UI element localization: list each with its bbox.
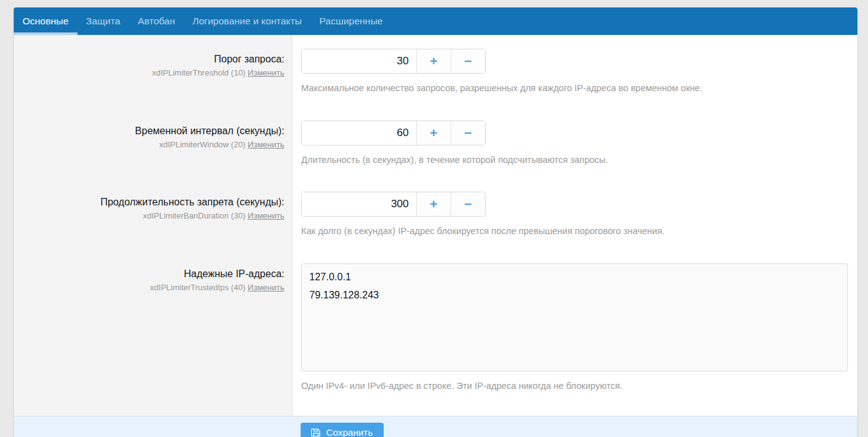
ban-duration-input[interactable] [302, 192, 416, 216]
decrement-button[interactable]: − [451, 121, 485, 145]
number-spinner: + − [301, 192, 486, 217]
option-id-text: xdIPLimiterBanDuration (30) [143, 211, 246, 220]
option-description: Один IPv4- или IPv6-адрес в строке. Эти … [301, 380, 848, 393]
number-spinner: + − [301, 120, 486, 145]
tab-logging-contacts[interactable]: Логирование и контакты [184, 7, 311, 35]
option-control-cell: + − Как долго (в секундах) IP-адрес блок… [292, 192, 857, 238]
increment-button[interactable]: + [416, 49, 451, 73]
option-id: xdIPLimiterWindow (20) Изменить [32, 140, 284, 150]
option-label-cell: Надежные IP-адреса: xdIPLimiterTrustedIp… [14, 263, 292, 393]
option-row-ban-duration: Продолжительность запрета (секунды): xdI… [14, 192, 857, 238]
tab-autoban[interactable]: Автобан [129, 7, 184, 35]
option-control-cell: + − Длительность (в секундах), в течение… [292, 120, 857, 167]
option-id-text: xdIPLimiterThreshold (10) [152, 68, 246, 77]
floppy-disk-icon [311, 428, 321, 437]
edit-option-link[interactable]: Изменить [247, 68, 284, 77]
option-control-cell: 127.0.0.1 79.139.128.243 Один IPv4- или … [292, 263, 857, 393]
tab-advanced[interactable]: Расширенные [311, 7, 391, 35]
window-input[interactable] [302, 121, 416, 145]
option-row-threshold: Порог запроса: xdIPLimiterThreshold (10)… [14, 49, 857, 95]
option-title: Порог запроса: [32, 53, 284, 66]
increment-button[interactable]: + [416, 192, 451, 216]
option-row-trusted-ips: Надежные IP-адреса: xdIPLimiterTrustedIp… [14, 263, 857, 393]
save-button-label: Сохранить [326, 427, 373, 437]
increment-button[interactable]: + [416, 121, 451, 145]
option-description: Максимальное количество запросов, разреш… [301, 82, 848, 95]
tab-bar: Основные Защита Автобан Логирование и ко… [14, 7, 857, 35]
options-form: Порог запроса: xdIPLimiterThreshold (10)… [14, 35, 857, 416]
option-description: Как долго (в секундах) IP-адрес блокируе… [301, 225, 848, 238]
form-footer: Сохранить [14, 416, 857, 437]
decrement-button[interactable]: − [451, 192, 485, 216]
option-id-text: xdIPLimiterTrustedIps (40) [150, 283, 246, 292]
trusted-ips-textarea[interactable]: 127.0.0.1 79.139.128.243 [301, 263, 848, 371]
option-id: xdIPLimiterTrustedIps (40) Изменить [32, 283, 284, 293]
tab-main[interactable]: Основные [14, 7, 77, 35]
option-control-cell: + − Максимальное количество запросов, ра… [292, 49, 857, 95]
option-label-cell: Временной интервал (секунды): xdIPLimite… [14, 120, 292, 167]
option-row-window: Временной интервал (секунды): xdIPLimite… [14, 120, 857, 167]
edit-option-link[interactable]: Изменить [247, 140, 284, 149]
threshold-input[interactable] [302, 49, 416, 73]
option-label-cell: Порог запроса: xdIPLimiterThreshold (10)… [14, 49, 292, 95]
option-title: Временной интервал (секунды): [32, 125, 284, 137]
save-button[interactable]: Сохранить [301, 423, 384, 437]
decrement-button[interactable]: − [451, 49, 485, 73]
option-title: Продолжительность запрета (секунды): [32, 196, 284, 209]
option-title: Надежные IP-адреса: [32, 268, 284, 280]
option-id: xdIPLimiterThreshold (10) Изменить [32, 68, 284, 79]
tab-protection[interactable]: Защита [77, 7, 129, 35]
option-id-text: xdIPLimiterWindow (20) [159, 140, 246, 149]
options-panel: Основные Защита Автобан Логирование и ко… [14, 7, 857, 437]
option-description: Длительность (в секундах), в течение кот… [301, 154, 848, 167]
option-id: xdIPLimiterBanDuration (30) Изменить [32, 211, 284, 222]
number-spinner: + − [301, 49, 486, 74]
edit-option-link[interactable]: Изменить [247, 283, 284, 292]
option-label-cell: Продолжительность запрета (секунды): xdI… [14, 192, 292, 238]
edit-option-link[interactable]: Изменить [247, 211, 284, 220]
